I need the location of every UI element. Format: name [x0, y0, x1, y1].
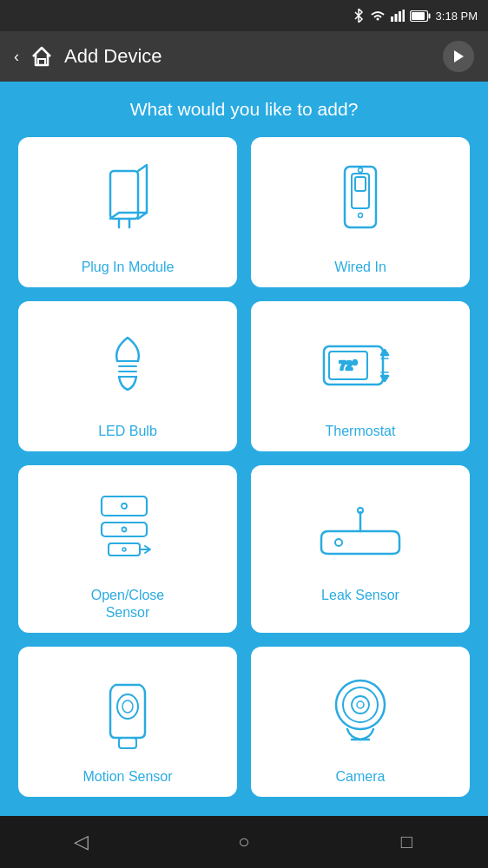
svg-rect-6 [412, 12, 425, 20]
svg-point-39 [335, 539, 342, 546]
bluetooth-icon [353, 9, 365, 23]
page-title: Add Device [64, 45, 162, 68]
led-bulb-icon [93, 322, 162, 409]
signal-icon [391, 10, 405, 22]
svg-rect-32 [102, 523, 147, 536]
battery-icon [410, 10, 431, 22]
svg-point-33 [122, 527, 127, 531]
svg-rect-2 [399, 11, 401, 22]
plug-in-module-icon [93, 158, 162, 245]
svg-rect-42 [119, 738, 136, 748]
device-grid: Plug In Module Wired In [18, 137, 470, 797]
svg-rect-5 [428, 13, 430, 18]
thermostat-card[interactable]: 72° Thermostat [251, 301, 470, 451]
main-content: What would you like to add? Plug In Modu… [0, 82, 488, 816]
led-bulb-card[interactable]: LED Bulb [18, 301, 237, 451]
camera-icon [317, 663, 404, 759]
thermostat-icon: 72° [317, 331, 404, 400]
page-question: What would you like to add? [130, 99, 359, 120]
plug-in-module-label: Plug In Module [82, 259, 175, 277]
svg-text:72°: 72° [339, 358, 357, 372]
svg-rect-1 [394, 14, 397, 22]
svg-rect-14 [355, 177, 366, 191]
open-close-sensor-icon [84, 486, 171, 573]
motion-sensor-icon [93, 663, 162, 759]
leak-sensor-icon [313, 495, 408, 564]
svg-point-45 [352, 696, 369, 713]
header: ‹ Add Device [0, 31, 488, 82]
motion-sensor-card[interactable]: Motion Sensor [18, 647, 237, 797]
wired-in-icon [326, 158, 395, 245]
svg-point-38 [358, 508, 363, 513]
wired-in-icon-area [260, 149, 461, 253]
svg-marker-8 [454, 50, 464, 62]
svg-rect-0 [391, 16, 393, 22]
led-bulb-label: LED Bulb [98, 423, 157, 441]
home-icon[interactable] [28, 43, 56, 70]
leak-sensor-card[interactable]: Leak Sensor [251, 465, 470, 634]
svg-point-41 [122, 700, 133, 713]
plug-in-module-icon-area [27, 149, 228, 253]
svg-point-35 [122, 548, 126, 551]
camera-card[interactable]: Camera [251, 647, 470, 797]
svg-rect-30 [102, 496, 147, 516]
status-icons: 3:18 PM [353, 9, 478, 23]
svg-point-44 [343, 687, 378, 722]
svg-rect-3 [402, 10, 405, 22]
svg-point-16 [359, 168, 363, 173]
thermostat-icon-area: 72° [260, 313, 461, 418]
svg-point-31 [122, 503, 127, 509]
nav-home-button[interactable]: ○ [218, 825, 270, 859]
camera-label: Camera [336, 768, 386, 786]
wired-in-label: Wired In [334, 259, 386, 277]
leak-sensor-label: Leak Sensor [321, 587, 399, 605]
svg-rect-12 [345, 167, 376, 227]
open-close-sensor-icon-area [27, 477, 228, 582]
play-button[interactable] [443, 41, 474, 72]
svg-point-40 [117, 694, 138, 719]
wifi-icon [370, 10, 386, 22]
bottom-nav: ◁ ○ □ [0, 816, 488, 868]
led-bulb-icon-area [27, 313, 228, 418]
status-bar: 3:18 PM [0, 0, 488, 31]
svg-point-46 [357, 701, 364, 708]
open-close-sensor-card[interactable]: Open/CloseSensor [18, 465, 237, 634]
svg-rect-34 [109, 543, 140, 556]
back-button[interactable]: ‹ [14, 48, 19, 66]
wired-in-card[interactable]: Wired In [251, 137, 470, 287]
leak-sensor-icon-area [260, 477, 461, 582]
status-time: 3:18 PM [436, 10, 478, 23]
svg-point-15 [359, 214, 363, 218]
camera-icon-area [260, 659, 461, 763]
thermostat-label: Thermostat [326, 423, 396, 441]
header-left: ‹ Add Device [14, 43, 162, 70]
nav-recents-button[interactable]: □ [380, 825, 432, 859]
motion-sensor-icon-area [27, 659, 228, 763]
plug-in-module-card[interactable]: Plug In Module [18, 137, 237, 287]
open-close-sensor-label: Open/CloseSensor [91, 587, 165, 623]
nav-back-button[interactable]: ◁ [56, 825, 108, 859]
motion-sensor-label: Motion Sensor [82, 768, 172, 786]
